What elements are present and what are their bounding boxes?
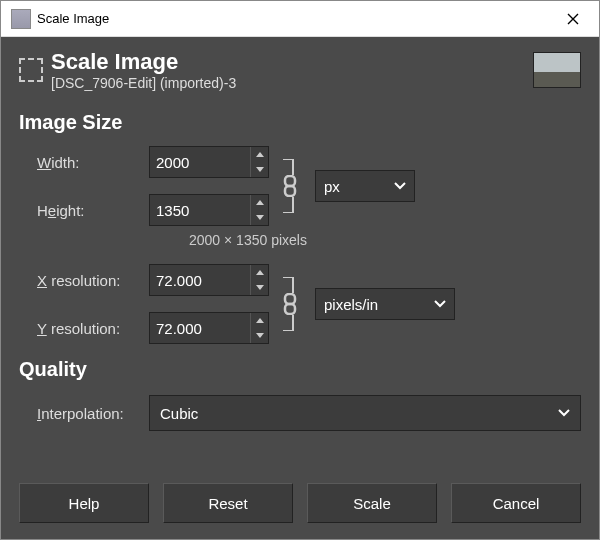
svg-rect-2 — [285, 294, 295, 304]
xres-input[interactable] — [149, 264, 269, 296]
current-dimensions: 2000 × 1350 pixels — [189, 232, 581, 248]
width-step-up[interactable] — [251, 147, 268, 162]
height-step-up[interactable] — [251, 195, 268, 210]
quality-heading: Quality — [19, 358, 581, 381]
interpolation-select[interactable]: Cubic — [149, 395, 581, 431]
yres-input[interactable] — [149, 312, 269, 344]
close-button[interactable] — [551, 4, 595, 34]
chain-link-icon — [281, 175, 299, 197]
yres-step-up[interactable] — [251, 313, 268, 328]
yres-step-down[interactable] — [251, 328, 268, 343]
scale-button[interactable]: Scale — [307, 483, 437, 523]
scale-icon — [19, 58, 43, 82]
height-field[interactable] — [150, 195, 250, 225]
xres-step-up[interactable] — [251, 265, 268, 280]
height-row: Height: — [19, 194, 269, 226]
aspect-link[interactable] — [275, 142, 305, 230]
yres-row: Y resolution: — [19, 312, 269, 344]
height-label: Height: — [19, 202, 149, 219]
titlebar: Scale Image — [1, 1, 599, 37]
image-thumbnail — [533, 52, 581, 88]
svg-rect-3 — [285, 304, 295, 314]
size-unit-select[interactable]: px — [315, 170, 415, 202]
width-row: Width: — [19, 146, 269, 178]
dialog-title: Scale Image — [51, 49, 533, 75]
bracket-bottom-icon — [281, 315, 299, 331]
height-input[interactable] — [149, 194, 269, 226]
dialog-subtitle: [DSC_7906-Edit] (imported)-3 — [51, 75, 533, 91]
bracket-bottom-icon — [281, 197, 299, 213]
bracket-top-icon — [281, 277, 299, 293]
xres-label: X resolution: — [19, 272, 149, 289]
svg-rect-1 — [285, 186, 295, 196]
interpolation-row: Interpolation: Cubic — [19, 395, 581, 431]
help-button[interactable]: Help — [19, 483, 149, 523]
chevron-down-icon — [394, 182, 406, 190]
cancel-button[interactable]: Cancel — [451, 483, 581, 523]
scale-image-dialog: Scale Image Scale Image [DSC_7906-Edit] … — [0, 0, 600, 540]
chevron-down-icon — [558, 409, 570, 417]
chain-link-icon — [281, 293, 299, 315]
bracket-top-icon — [281, 159, 299, 175]
image-size-heading: Image Size — [19, 111, 581, 134]
svg-rect-0 — [285, 176, 295, 186]
width-input[interactable] — [149, 146, 269, 178]
dialog-header: Scale Image [DSC_7906-Edit] (imported)-3 — [19, 37, 581, 101]
resolution-unit-select[interactable]: pixels/in — [315, 288, 455, 320]
xres-row: X resolution: — [19, 264, 269, 296]
button-row: Help Reset Scale Cancel — [19, 473, 581, 525]
close-icon — [567, 13, 579, 25]
yres-label: Y resolution: — [19, 320, 149, 337]
interpolation-label: Interpolation: — [19, 405, 149, 422]
app-icon — [11, 9, 31, 29]
xres-step-down[interactable] — [251, 280, 268, 295]
reset-button[interactable]: Reset — [163, 483, 293, 523]
height-step-down[interactable] — [251, 210, 268, 225]
yres-field[interactable] — [150, 313, 250, 343]
width-field[interactable] — [150, 147, 250, 177]
width-step-down[interactable] — [251, 162, 268, 177]
xres-field[interactable] — [150, 265, 250, 295]
width-label: Width: — [19, 154, 149, 171]
window-title: Scale Image — [37, 11, 551, 26]
resolution-link[interactable] — [275, 260, 305, 348]
chevron-down-icon — [434, 300, 446, 308]
dialog-content: Scale Image [DSC_7906-Edit] (imported)-3… — [1, 37, 599, 539]
